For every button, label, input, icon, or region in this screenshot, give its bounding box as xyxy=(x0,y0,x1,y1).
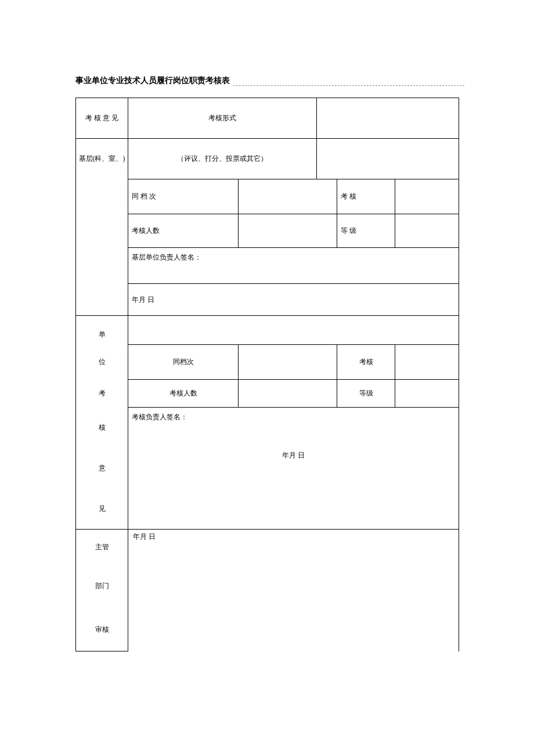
document-title: 事业单位专业技术人员履行岗位职责考核表 xyxy=(75,75,233,86)
unit-char-1: 单 xyxy=(76,316,128,345)
dept-char-2: 部门 xyxy=(76,564,128,608)
same-level-value[interactable] xyxy=(239,179,337,214)
unit-blank-row[interactable] xyxy=(128,316,459,345)
grade2-cell: 等级 xyxy=(337,380,395,408)
grade-cell: 等 级 xyxy=(337,214,395,248)
base-layer-span xyxy=(76,179,128,316)
unit-char-3: 考 xyxy=(76,380,128,408)
base-signer-cell[interactable]: 基层单位负责人签名： xyxy=(128,248,459,284)
blank-a[interactable] xyxy=(317,98,459,139)
title-dashes xyxy=(233,80,464,86)
unit-char-5: 意 xyxy=(76,448,128,489)
blank-b[interactable] xyxy=(317,139,459,179)
grade2-value[interactable] xyxy=(395,380,459,408)
unit-char-2: 位 xyxy=(76,345,128,380)
unit-char-4: 核 xyxy=(76,408,128,448)
assess-value[interactable] xyxy=(395,179,459,214)
ymd-cell-3[interactable]: 年月 日 xyxy=(128,530,459,651)
ymd-cell-1: 年月 日 xyxy=(128,284,459,316)
same-level-cell: 同 档 次 xyxy=(128,179,239,214)
assessment-table: 考 核 意 见 考核形式 基层(科、室、) （评议、打分、投票或其它） 同 档 … xyxy=(75,98,459,651)
assess-people-cell: 考核人数 xyxy=(128,214,239,248)
grade-value[interactable] xyxy=(395,214,459,248)
assess-people2-value[interactable] xyxy=(239,380,337,408)
ymd-cell-2: 年月 日 xyxy=(128,448,459,489)
base-layer-cell: 基层(科、室、) xyxy=(76,139,128,179)
assess-signer-cell[interactable]: 考核负责人签名： xyxy=(128,408,459,448)
assess-cell: 考 核 xyxy=(337,179,395,214)
assess2-value[interactable] xyxy=(395,345,459,380)
dept-char-1: 主管 xyxy=(76,530,128,564)
unit-char-6: 见 xyxy=(76,489,128,530)
same-level2-value[interactable] xyxy=(239,345,337,380)
dept-char-3: 审核 xyxy=(76,608,128,651)
unit-blank-bottom[interactable] xyxy=(128,489,459,530)
same-level2-cell: 同档次 xyxy=(128,345,239,380)
form-header-cell: 考核形式 xyxy=(128,98,317,139)
opinion-header-cell: 考 核 意 见 xyxy=(76,98,128,139)
assess2-cell: 考核 xyxy=(337,345,395,380)
assess-people2-cell: 考核人数 xyxy=(128,380,239,408)
title-row: 事业单位专业技术人员履行岗位职责考核表 xyxy=(75,75,464,86)
assess-people-value[interactable] xyxy=(239,214,337,248)
form-note-cell: （评议、打分、投票或其它） xyxy=(128,139,317,179)
